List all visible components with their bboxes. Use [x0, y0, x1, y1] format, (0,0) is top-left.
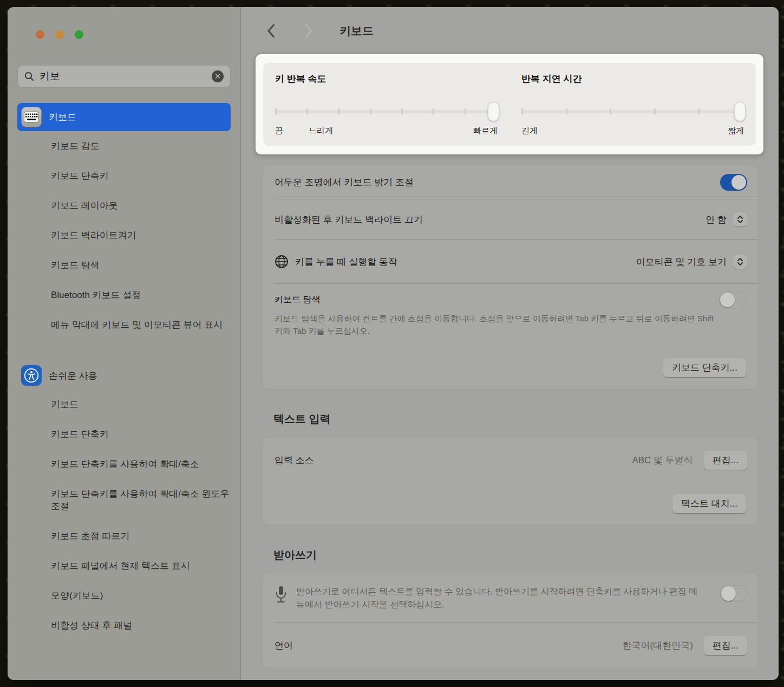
- fn-action-select[interactable]: [733, 255, 747, 269]
- scale-label-short: 짧게: [728, 126, 744, 136]
- slider-ticks: [275, 108, 498, 115]
- repeat-settings-group: 키 반복 속도 끔 느리게 빠르게 반복 지연 시간: [263, 63, 756, 146]
- sidebar-item-ax-shortcuts[interactable]: 키보드 단축키: [17, 419, 231, 449]
- backlight-off-label: 비활성화된 후 키보드 백라이트 끄기: [275, 213, 423, 226]
- sidebar-item-ax-appearance[interactable]: 모양(키보드): [17, 581, 231, 611]
- dictation-row: 받아쓰기로 어디서든 텍스트를 입력할 수 있습니다. 받아쓰기를 시작하려면 …: [263, 573, 758, 622]
- backlight-off-value: 안 함: [705, 213, 727, 226]
- zoom-window-button[interactable]: [75, 30, 83, 39]
- sidebar-item-keyboard-sensitivity[interactable]: 키보드 감도: [17, 131, 231, 161]
- sidebar-item-keyboard-shortcuts[interactable]: 키보드 단축키: [17, 161, 231, 191]
- text-replacements-button[interactable]: 텍스트 대치...: [672, 494, 746, 513]
- microphone-icon: [275, 585, 288, 605]
- repeat-delay-group: 반복 지연 시간 길게 짧게: [521, 73, 744, 146]
- text-input-group: 입력 소스 ABC 및 두벌식 편집... 텍스트 대치...: [263, 437, 758, 525]
- search-results-list: 키보드 키보드 감도 키보드 단축키 키보드 레이아웃 키보드 백라이트켜기 키…: [17, 103, 231, 640]
- search-query-text: 키보: [40, 69, 206, 83]
- sidebar-item-ax-focus-follow[interactable]: 키보드 초점 따르기: [17, 521, 231, 551]
- sidebar-item-accessibility[interactable]: 손쉬운 사용: [17, 361, 231, 390]
- fn-action-label: 키를 누를 때 실행할 동작: [295, 256, 397, 268]
- keyboard-nav-label: 키보드 탐색: [275, 294, 320, 306]
- language-label: 언어: [275, 639, 293, 652]
- dictation-heading: 받아쓰기: [273, 548, 779, 562]
- slider-thumb[interactable]: [488, 102, 499, 121]
- dictation-language-row: 언어 한국어(대한민국) 편집...: [263, 623, 758, 668]
- keyboard-app-icon: [21, 107, 42, 127]
- sidebar-item-label: 키보드: [49, 111, 76, 124]
- keyboard-nav-row: 키보드 탐색 키보드 탐색을 사용하여 컨트롤 간에 초점을 이동합니다. 초점…: [263, 284, 758, 347]
- keyboard-shortcuts-button[interactable]: 키보드 단축키...: [663, 358, 746, 377]
- sidebar-item-keyboard-layout[interactable]: 키보드 레이아웃: [17, 191, 231, 221]
- content-pane: 키보드 키 반복 속도 끔 느리게 빠르게: [241, 7, 779, 680]
- globe-icon: [275, 255, 289, 269]
- dictation-group: 받아쓰기로 어디서든 텍스트를 입력할 수 있습니다. 받아쓰기를 시작하려면 …: [263, 573, 758, 668]
- traffic-lights: [17, 7, 231, 39]
- sidebar-item-menubar-viewer[interactable]: 메뉴 막대에 키보드 및 이모티콘 뷰어 표시: [17, 310, 230, 340]
- search-icon: [24, 72, 34, 81]
- input-sources-row: 입력 소스 ABC 및 두벌식 편집...: [263, 437, 758, 483]
- settings-window: 키보 ✕ 키보드 키보드 감도 키보드 단축키 키보드 레이아웃 키보드 백라이…: [8, 7, 779, 680]
- language-edit-button[interactable]: 편집...: [704, 636, 747, 655]
- fn-action-row: 키를 누를 때 실행할 동작 이모티콘 및 기호 보기: [263, 240, 758, 283]
- sidebar-item-bluetooth-keyboard[interactable]: Bluetooth 키보드 설정: [17, 280, 231, 310]
- dictation-description: 받아쓰기로 어디서든 텍스트를 입력할 수 있습니다. 받아쓰기를 시작하려면 …: [296, 585, 703, 611]
- search-input[interactable]: 키보 ✕: [17, 65, 231, 88]
- brightness-label: 어두운 조명에서 키보드 밝기 조절: [275, 176, 414, 189]
- sidebar-item-ax-inactive-panel[interactable]: 비활성 상태 후 패널: [17, 611, 231, 640]
- language-value: 한국어(대한민국): [623, 639, 693, 652]
- forward-icon[interactable]: [300, 23, 317, 39]
- sidebar-item-keyboard-backlight[interactable]: 키보드 백라이트켜기: [17, 221, 231, 250]
- slider-ticks: [521, 108, 744, 115]
- sidebar-item-label: 손쉬운 사용: [49, 370, 97, 382]
- input-sources-label: 입력 소스: [275, 454, 314, 466]
- backlight-off-select[interactable]: [733, 212, 747, 226]
- sidebar-item-keyboard[interactable]: 키보드: [17, 103, 231, 131]
- fn-action-value: 이모티콘 및 기호 보기: [636, 256, 727, 268]
- scale-label-fast: 빠르게: [473, 126, 498, 136]
- dictation-toggle[interactable]: [720, 585, 747, 602]
- sidebar-item-ax-panel-text[interactable]: 키보드 패널에서 현재 텍스트 표시: [17, 551, 230, 581]
- key-repeat-rate-slider[interactable]: [275, 103, 498, 121]
- backlight-off-row: 비활성화된 후 키보드 백라이트 끄기 안 함: [263, 199, 758, 239]
- slider-scale-labels: 끔 느리게 빠르게: [275, 126, 498, 138]
- clear-search-icon[interactable]: ✕: [212, 70, 224, 82]
- repeat-delay-slider[interactable]: [521, 103, 744, 121]
- minimize-window-button[interactable]: [55, 30, 64, 39]
- key-repeat-rate-group: 키 반복 속도 끔 느리게 빠르게: [275, 73, 498, 146]
- accessibility-icon: [21, 365, 42, 386]
- brightness-toggle[interactable]: [720, 174, 747, 191]
- sidebar-item-ax-zoom-shortcut[interactable]: 키보드 단축키를 사용하여 확대/축소: [17, 449, 230, 479]
- sidebar-item-ax-zoom-window[interactable]: 키보드 단축키를 사용하여 확대/축소 윈도우 조절: [17, 479, 230, 521]
- slider-thumb[interactable]: [734, 102, 746, 121]
- keyboard-settings-group: 어두운 조명에서 키보드 밝기 조절 비활성화된 후 키보드 백라이트 끄기 안…: [263, 165, 758, 389]
- sidebar-item-keyboard-navigation[interactable]: 키보드 탐색: [17, 250, 231, 280]
- sidebar-item-ax-keyboard[interactable]: 키보드: [17, 390, 231, 419]
- slider-scale-labels: 길게 짧게: [521, 126, 744, 138]
- scale-label-slow: 느리게: [309, 126, 333, 136]
- page-title: 키보드: [339, 23, 374, 38]
- scale-label-off: 끔: [275, 126, 283, 136]
- scale-label-long: 길게: [521, 126, 538, 136]
- close-window-button[interactable]: [36, 30, 44, 39]
- back-icon[interactable]: [263, 23, 279, 39]
- keyboard-nav-description: 키보드 탐색을 사용하여 컨트롤 간에 초점을 이동합니다. 초점을 앞으로 이…: [275, 313, 724, 337]
- key-repeat-rate-label: 키 반복 속도: [275, 73, 498, 85]
- content-header: 키보드: [241, 7, 779, 54]
- input-sources-edit-button[interactable]: 편집...: [704, 451, 747, 470]
- input-sources-value: ABC 및 두벌식: [632, 454, 692, 466]
- text-input-heading: 텍스트 입력: [273, 412, 779, 426]
- keyboard-nav-toggle[interactable]: [719, 291, 746, 308]
- repeat-delay-label: 반복 지연 시간: [521, 73, 744, 85]
- sidebar: 키보 ✕ 키보드 키보드 감도 키보드 단축키 키보드 레이아웃 키보드 백라이…: [8, 7, 241, 680]
- brightness-row: 어두운 조명에서 키보드 밝기 조절: [263, 165, 758, 199]
- highlighted-section: 키 반복 속도 끔 느리게 빠르게 반복 지연 시간: [256, 54, 763, 154]
